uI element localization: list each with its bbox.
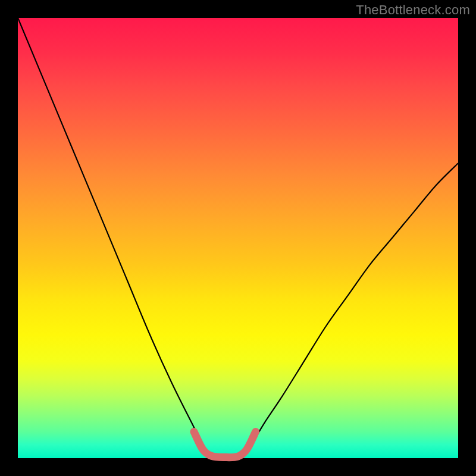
- right-curve: [242, 163, 458, 458]
- left-curve: [18, 18, 212, 458]
- curves-svg: [18, 18, 458, 458]
- chart-frame: TheBottleneck.com: [0, 0, 476, 476]
- watermark-text: TheBottleneck.com: [356, 2, 470, 18]
- bottom-valley-highlight: [194, 432, 256, 458]
- plot-area: [18, 18, 458, 458]
